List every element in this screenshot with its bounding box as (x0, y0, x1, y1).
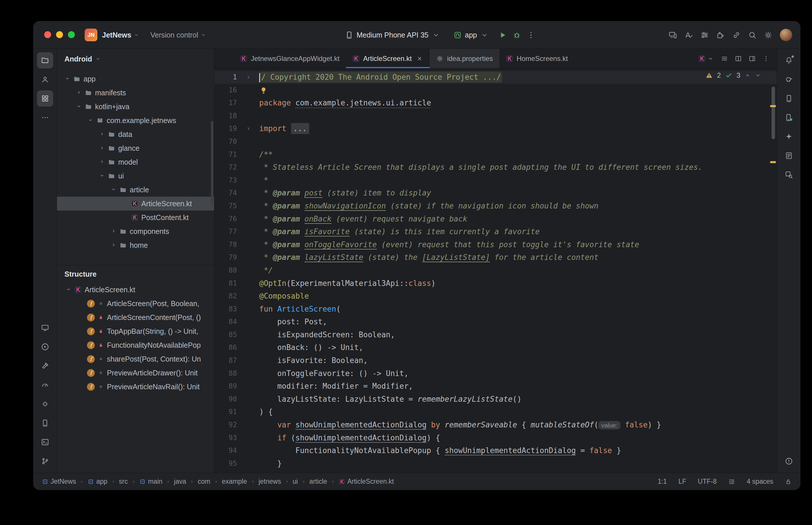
chevron-right-icon[interactable] (76, 89, 82, 97)
tree-item[interactable]: components (57, 224, 214, 238)
line-number[interactable]: 86 (215, 341, 237, 354)
next-problem-button[interactable] (755, 72, 761, 78)
app-quality-insights-button[interactable] (781, 167, 797, 183)
code-line[interactable]: 83fun ArticleScreen( (215, 303, 777, 316)
line-number[interactable]: 72 (215, 161, 237, 174)
chevron-right-icon[interactable] (111, 227, 116, 236)
code-editor[interactable]: 1/ Copyright 2020 The Android Open Sourc… (215, 69, 777, 473)
chevron-right-icon[interactable] (99, 130, 105, 139)
run-button[interactable] (37, 339, 53, 355)
tree-item[interactable]: data (57, 127, 214, 141)
structure-item[interactable]: fPreviewArticleDrawer(): Unit (57, 366, 214, 380)
code-line[interactable]: 87 isFavorite: Boolean, (215, 354, 777, 367)
split-editor-button[interactable] (735, 55, 742, 62)
tree-item[interactable]: article (57, 183, 214, 197)
line-number[interactable]: 19 (215, 122, 237, 135)
device-mirror-button[interactable] (668, 31, 677, 40)
inspections-widget[interactable]: 2 3 (705, 71, 761, 79)
file-encoding[interactable]: UTF-8 (698, 478, 717, 485)
device-manager-button[interactable] (781, 90, 797, 107)
line-separator[interactable]: LF (679, 478, 686, 485)
line-number[interactable]: 73 (215, 174, 237, 187)
prev-problem-button[interactable] (744, 72, 751, 78)
code-line[interactable]: 72 * Stateless Article Screen that displ… (215, 161, 777, 174)
line-number[interactable]: 94 (215, 444, 237, 457)
current-file-dropdown-button[interactable] (698, 55, 714, 62)
settings-button[interactable] (764, 31, 773, 40)
code-line[interactable]: 94 FunctionalityNotAvailablePopup { show… (215, 444, 777, 457)
project-button[interactable] (37, 52, 53, 69)
translate-button[interactable] (684, 31, 693, 40)
line-number[interactable]: 93 (215, 432, 237, 445)
device-selector[interactable]: Medium Phone API 35 (345, 31, 440, 40)
tree-item[interactable]: home (57, 238, 214, 252)
fold-marker-icon[interactable] (237, 122, 256, 135)
breadcrumb-item[interactable]: src (119, 478, 128, 485)
line-number[interactable]: 71 (215, 148, 237, 161)
lock-open-icon[interactable] (785, 478, 792, 485)
code-line[interactable]: 16 (215, 84, 777, 97)
line-number[interactable]: 82 (215, 290, 237, 303)
tree-item[interactable]: model (57, 155, 214, 169)
code-line[interactable]: 73 * (215, 174, 777, 187)
fold-marker-icon[interactable] (237, 71, 256, 84)
running-devices-button[interactable] (781, 109, 797, 125)
code-line[interactable]: 95 } (215, 457, 777, 470)
line-number[interactable]: 88 (215, 367, 237, 380)
line-number[interactable]: 76 (215, 212, 237, 226)
breadcrumb-item[interactable]: com (198, 478, 210, 485)
structure-item[interactable]: fPreviewArticleNavRail(): Unit (57, 380, 214, 394)
project-scrollbar[interactable] (211, 121, 213, 205)
breadcrumb-item[interactable]: ui (293, 478, 298, 485)
debug-button[interactable] (512, 31, 521, 40)
line-number[interactable]: 90 (215, 393, 237, 406)
editor-tab[interactable]: idea.properties (430, 49, 499, 68)
terminal-button[interactable] (37, 434, 53, 450)
structure-item[interactable]: fFunctionalityNotAvailablePop (57, 338, 214, 352)
line-number[interactable]: 18 (215, 109, 237, 122)
tree-item[interactable]: app (57, 72, 214, 86)
code-line[interactable]: 79 * @param lazyListState (state) the [L… (215, 251, 777, 264)
code-line[interactable]: 81@OptIn(ExperimentalMaterial3Api::class… (215, 277, 777, 290)
breadcrumb-item[interactable]: app (88, 478, 107, 485)
gemini-button[interactable] (781, 129, 797, 145)
code-line[interactable]: 78 * @param onToggleFavorite (event) req… (215, 238, 777, 251)
line-number[interactable]: 81 (215, 277, 237, 290)
search-everywhere-button[interactable] (748, 31, 757, 40)
device-link-button[interactable] (732, 31, 741, 40)
tree-item[interactable]: ui (57, 169, 214, 183)
warning-stripe-mark[interactable] (770, 161, 776, 163)
editor-tab[interactable]: HomeScreens.kt (499, 49, 574, 68)
code-line[interactable]: 77 * @param isFavorite (state) is this i… (215, 225, 777, 238)
breadcrumb-item[interactable]: JetNews (42, 478, 76, 485)
caret-position[interactable]: 1:1 (658, 478, 667, 485)
code-line[interactable]: 89 modifier: Modifier = Modifier, (215, 380, 777, 393)
plugins-button[interactable] (716, 31, 725, 40)
app-inspection-button[interactable] (37, 396, 53, 412)
code-line[interactable]: 75 * @param showNavigationIcon (state) i… (215, 199, 777, 212)
chevron-right-icon[interactable] (99, 158, 105, 166)
run-config-selector[interactable]: app (453, 31, 489, 40)
breadcrumb-item[interactable]: example (222, 478, 247, 485)
breadcrumb-item[interactable]: article (309, 478, 327, 485)
editor-scrollbar[interactable] (771, 87, 775, 139)
chevron-down-icon[interactable] (111, 186, 116, 194)
line-number[interactable]: 78 (215, 238, 237, 251)
code-line[interactable]: 1/ Copyright 2020 The Android Open Sourc… (215, 71, 777, 84)
column-selection-icon[interactable] (728, 478, 735, 485)
chevron-right-icon[interactable] (99, 144, 105, 152)
profiler-button[interactable] (37, 377, 53, 393)
logcat-button[interactable] (781, 148, 797, 164)
line-number[interactable]: 84 (215, 315, 237, 328)
project-view-selector[interactable]: Android (57, 49, 214, 69)
editor-tab[interactable]: JetnewsGlanceAppWidget.kt (234, 49, 346, 68)
build-options-button[interactable] (700, 31, 709, 40)
tree-item[interactable]: PostContent.kt (57, 211, 214, 224)
notifications-button[interactable] (781, 52, 797, 69)
code-line[interactable]: 92 var showUnimplementedActionDialog by … (215, 418, 777, 432)
line-number[interactable]: 1 (215, 71, 237, 84)
chevron-down-icon[interactable] (88, 116, 93, 125)
tree-item[interactable]: com.example.jetnews (57, 114, 214, 127)
project-menu[interactable]: JetNews (102, 31, 139, 39)
code-line[interactable]: 71/** (215, 148, 777, 161)
